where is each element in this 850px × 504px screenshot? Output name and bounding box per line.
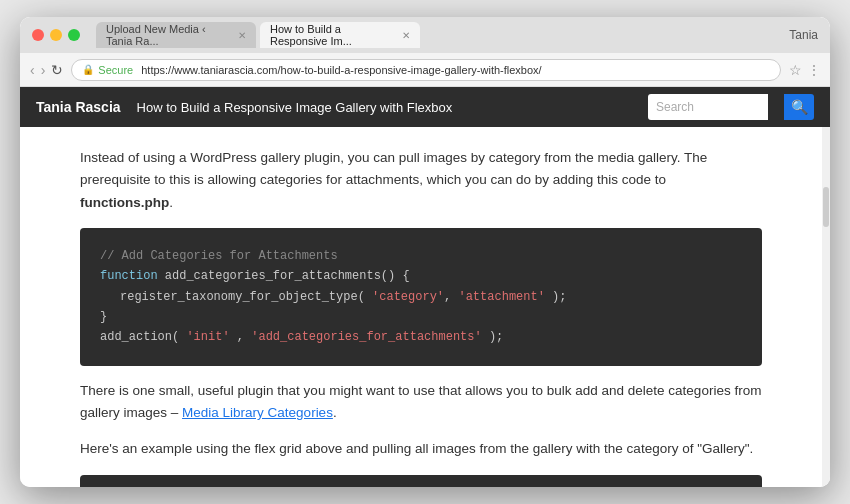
site-navbar: Tania Rascia How to Build a Responsive I… xyxy=(20,87,830,127)
para1-text: Instead of using a WordPress gallery plu… xyxy=(80,150,707,187)
close-button[interactable] xyxy=(32,29,44,41)
secure-label: Secure xyxy=(98,64,133,76)
para1-end: . xyxy=(169,195,173,210)
code-line-1: function add_categories_for_attachments(… xyxy=(100,266,742,286)
secure-icon: 🔒 xyxy=(82,64,94,75)
window-user-label: Tania xyxy=(789,28,818,42)
search-button[interactable]: 🔍 xyxy=(784,94,814,120)
maximize-button[interactable] xyxy=(68,29,80,41)
code-block-2: <div class="container"> <div class="grid… xyxy=(80,475,762,487)
tab-close-icon[interactable]: ✕ xyxy=(402,30,410,41)
tab-close-icon[interactable]: ✕ xyxy=(238,30,246,41)
search-placeholder: Search xyxy=(656,100,694,114)
paragraph-1: Instead of using a WordPress gallery plu… xyxy=(80,147,762,214)
code-comment: // Add Categories for Attachments xyxy=(100,246,742,266)
para2-end: . xyxy=(333,405,337,420)
article-body: Instead of using a WordPress gallery plu… xyxy=(20,127,822,487)
address-field[interactable]: 🔒 Secure https://www.taniarascia.com/how… xyxy=(71,59,781,81)
para1-bold: functions.php xyxy=(80,195,169,210)
scrollbar[interactable] xyxy=(822,127,830,487)
tab-upload[interactable]: Upload New Media ‹ Tania Ra... ✕ xyxy=(96,22,256,48)
search-icon: 🔍 xyxy=(791,99,808,115)
address-icons: ☆ ⋮ xyxy=(789,62,820,78)
traffic-lights xyxy=(32,29,80,41)
url-text: https://www.taniarascia.com/how-to-build… xyxy=(141,64,541,76)
menu-icon[interactable]: ⋮ xyxy=(808,63,820,77)
code-block-1: // Add Categories for Attachments functi… xyxy=(80,228,762,366)
paragraph-3: Here's an example using the flex grid ab… xyxy=(80,438,762,460)
scrollbar-thumb[interactable] xyxy=(823,187,829,227)
tab-label: Upload New Media ‹ Tania Ra... xyxy=(106,23,232,47)
back-button[interactable]: ‹ xyxy=(30,62,35,78)
paragraph-2: There is one small, useful plugin that y… xyxy=(80,380,762,425)
tab-label: How to Build a Responsive Im... xyxy=(270,23,396,47)
refresh-button[interactable]: ↻ xyxy=(51,62,63,78)
tab-gallery[interactable]: How to Build a Responsive Im... ✕ xyxy=(260,22,420,48)
site-name[interactable]: Tania Rascia xyxy=(36,99,121,115)
code-line-2: register_taxonomy_for_object_type( 'cate… xyxy=(100,287,742,307)
code-line-4: add_action( 'init' , 'add_categories_for… xyxy=(100,327,742,347)
content-area: Instead of using a WordPress gallery plu… xyxy=(20,127,830,487)
minimize-button[interactable] xyxy=(50,29,62,41)
media-library-link[interactable]: Media Library Categories xyxy=(182,405,333,420)
search-box[interactable]: Search xyxy=(648,94,768,120)
title-bar: Upload New Media ‹ Tania Ra... ✕ How to … xyxy=(20,17,830,53)
nav-page-title: How to Build a Responsive Image Gallery … xyxy=(137,100,632,115)
nav-buttons: ‹ › ↻ xyxy=(30,62,63,78)
code-line-3: } xyxy=(100,307,742,327)
browser-window: Upload New Media ‹ Tania Ra... ✕ How to … xyxy=(20,17,830,487)
forward-button[interactable]: › xyxy=(41,62,46,78)
bookmark-icon[interactable]: ☆ xyxy=(789,62,802,78)
tabs-bar: Upload New Media ‹ Tania Ra... ✕ How to … xyxy=(96,22,789,48)
address-bar: ‹ › ↻ 🔒 Secure https://www.taniarascia.c… xyxy=(20,53,830,87)
